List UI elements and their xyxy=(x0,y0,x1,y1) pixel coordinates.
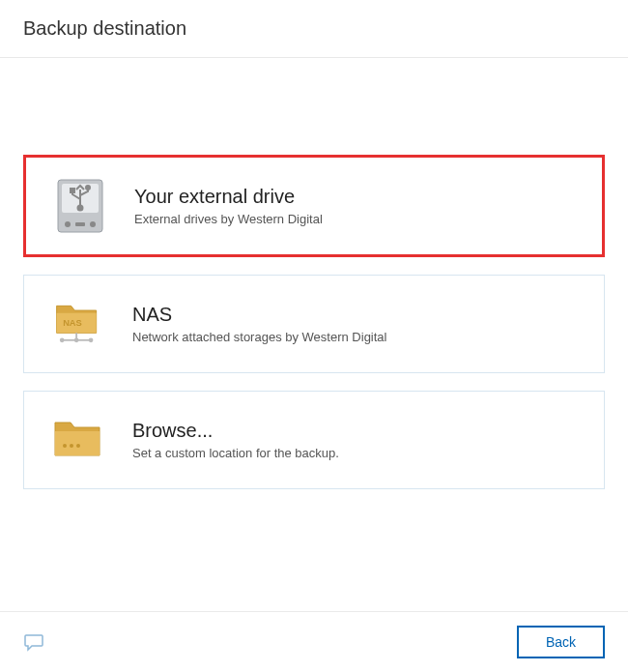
option-text: NAS Network attached storages by Western… xyxy=(132,304,387,344)
svg-text:NAS: NAS xyxy=(63,318,82,328)
svg-rect-8 xyxy=(75,222,85,226)
svg-point-13 xyxy=(89,337,94,342)
nas-folder-icon: NAS xyxy=(51,297,105,351)
svg-point-6 xyxy=(65,221,71,227)
option-title: NAS xyxy=(132,304,387,326)
svg-point-16 xyxy=(70,444,73,448)
option-nas[interactable]: NAS NAS Network attached storages by Wes… xyxy=(23,275,605,373)
option-browse[interactable]: Browse... Set a custom location for the … xyxy=(23,391,605,489)
svg-rect-4 xyxy=(71,189,74,192)
option-subtitle: Network attached storages by Western Dig… xyxy=(132,330,387,344)
option-title: Your external drive xyxy=(134,186,323,208)
svg-point-17 xyxy=(76,444,80,448)
svg-point-5 xyxy=(86,186,90,190)
svg-point-7 xyxy=(90,221,96,227)
option-text: Your external drive External drives by W… xyxy=(134,186,323,226)
option-title: Browse... xyxy=(132,420,339,442)
svg-point-14 xyxy=(74,337,79,342)
option-text: Browse... Set a custom location for the … xyxy=(132,420,339,460)
page-footer: Back xyxy=(0,611,628,672)
page-title: Backup destination xyxy=(23,17,605,40)
options-list: Your external drive External drives by W… xyxy=(0,58,628,611)
option-subtitle: Set a custom location for the backup. xyxy=(132,446,339,460)
browse-folder-icon xyxy=(51,413,105,467)
option-external-drive[interactable]: Your external drive External drives by W… xyxy=(23,155,605,257)
page-header: Backup destination xyxy=(0,0,628,58)
usb-drive-icon xyxy=(53,179,107,233)
svg-point-15 xyxy=(63,444,67,448)
svg-point-3 xyxy=(78,206,83,211)
chat-icon[interactable] xyxy=(23,632,44,652)
option-subtitle: External drives by Western Digital xyxy=(134,212,323,226)
svg-point-12 xyxy=(60,337,65,342)
back-button[interactable]: Back xyxy=(517,626,605,658)
